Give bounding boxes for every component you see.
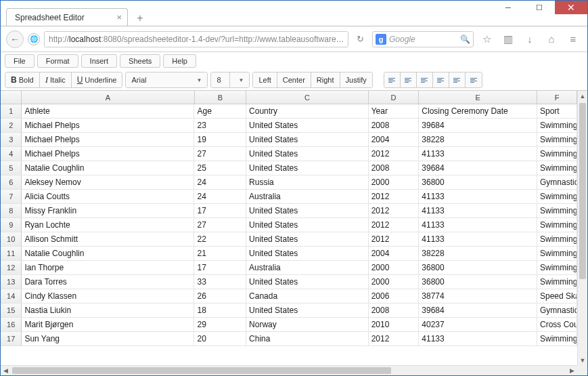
cell[interactable]: 29 (194, 318, 246, 331)
cell[interactable]: 19 (194, 133, 246, 146)
cell[interactable]: 38228 (419, 247, 537, 260)
cell[interactable]: Ryan Lochte (22, 218, 194, 232)
row-header[interactable]: 14 (1, 289, 22, 303)
cell[interactable]: United States (246, 304, 369, 317)
cell[interactable]: Swimming (537, 133, 577, 146)
cell[interactable]: 2000 (369, 275, 420, 289)
cell[interactable]: 36800 (419, 275, 537, 289)
cell[interactable]: Sport (537, 104, 577, 118)
cell[interactable]: 17 (194, 261, 246, 274)
cell[interactable]: 2012 (369, 332, 420, 346)
cell[interactable]: Speed Skating (537, 289, 577, 303)
cell[interactable]: Age (194, 104, 246, 118)
valign-middle-button[interactable] (401, 72, 417, 87)
cell[interactable]: 41133 (419, 332, 537, 346)
cell[interactable]: 2012 (369, 190, 420, 203)
scroll-down-arrow[interactable]: ▼ (578, 355, 587, 365)
search-icon[interactable]: 🔍 (460, 35, 470, 44)
cell[interactable]: 2008 (369, 119, 420, 132)
cell[interactable]: United States (246, 147, 369, 161)
row-header[interactable]: 6 (1, 175, 22, 189)
cell[interactable]: Swimming (537, 261, 577, 274)
row-header[interactable]: 17 (1, 332, 22, 346)
browser-search-box[interactable]: g Google 🔍 (372, 31, 474, 47)
cell[interactable]: 2008 (369, 304, 420, 317)
cell[interactable]: United States (246, 161, 369, 175)
cell[interactable]: Australia (246, 261, 369, 274)
cell[interactable]: 2012 (369, 232, 420, 246)
cell[interactable]: Swimming (537, 247, 577, 260)
window-minimize-button[interactable]: ─ (493, 1, 524, 14)
cell[interactable]: 39684 (419, 304, 537, 317)
valign-bottom-button[interactable] (417, 72, 433, 87)
cell[interactable]: 2010 (369, 318, 420, 331)
cell[interactable]: Michael Phelps (22, 119, 194, 132)
align-justify-button[interactable]: Justify (340, 72, 372, 87)
cell[interactable]: 40237 (419, 318, 537, 331)
row-header[interactable]: 12 (1, 261, 22, 274)
cell[interactable]: Alicia Coutts (22, 190, 194, 203)
horizontal-scroll-thumb[interactable] (12, 367, 391, 374)
select-all-corner[interactable] (1, 91, 22, 104)
row-header[interactable]: 7 (1, 190, 22, 203)
horizontal-scrollbar[interactable]: ◀ ▶ (1, 365, 577, 375)
underline-button[interactable]: UUnderline (72, 72, 122, 87)
cell[interactable]: Swimming (537, 232, 577, 246)
align-center-button[interactable]: Center (277, 72, 311, 87)
menu-help[interactable]: Help (163, 54, 196, 68)
cell[interactable]: United States (246, 133, 369, 146)
column-header-C[interactable]: C (246, 91, 369, 104)
cell[interactable]: United States (246, 119, 369, 132)
align-left-button[interactable]: Left (253, 72, 277, 87)
row-header[interactable]: 13 (1, 275, 22, 289)
cell[interactable]: Aleksey Nemov (22, 175, 194, 189)
cell[interactable]: 17 (194, 204, 246, 217)
menu-sheets[interactable]: Sheets (120, 54, 160, 68)
cell[interactable]: Gymnastics (537, 304, 577, 317)
indent-decrease-button[interactable] (433, 72, 449, 87)
column-header-A[interactable]: A (22, 91, 194, 104)
cell[interactable]: 27 (194, 218, 246, 232)
cell[interactable]: 2000 (369, 261, 420, 274)
window-close-button[interactable]: ✕ (555, 1, 587, 14)
cell[interactable]: Swimming (537, 190, 577, 203)
cell[interactable]: Year (369, 104, 420, 118)
cell[interactable]: Swimming (537, 161, 577, 175)
cell[interactable]: 38228 (419, 133, 537, 146)
vertical-scroll-thumb[interactable] (579, 103, 586, 279)
cell[interactable]: Cindy Klassen (22, 289, 194, 303)
cell[interactable]: 2006 (369, 289, 420, 303)
cell[interactable]: Swimming (537, 204, 577, 217)
cell[interactable]: Swimming (537, 275, 577, 289)
cell[interactable]: United States (246, 204, 369, 217)
cell[interactable]: 41133 (419, 218, 537, 232)
reload-button[interactable]: ↻ (353, 34, 368, 44)
row-header[interactable]: 9 (1, 218, 22, 232)
cell[interactable]: 36800 (419, 175, 537, 189)
cell[interactable]: 2012 (369, 147, 420, 161)
cell[interactable]: 38774 (419, 289, 537, 303)
valign-top-button[interactable] (384, 72, 401, 87)
new-tab-button[interactable]: + (132, 11, 148, 26)
cell[interactable]: 24 (194, 190, 246, 203)
cell[interactable]: Michael Phelps (22, 133, 194, 146)
row-header[interactable]: 10 (1, 232, 22, 246)
menu-format[interactable]: Format (37, 54, 78, 68)
cell[interactable]: 22 (194, 232, 246, 246)
cell[interactable]: Canada (246, 289, 369, 303)
cell[interactable]: Gymnastics (537, 175, 577, 189)
font-family-select[interactable]: Arial▼ (126, 72, 207, 87)
cell[interactable]: 18 (194, 304, 246, 317)
cell[interactable]: 2012 (369, 204, 420, 217)
cell[interactable]: 2004 (369, 247, 420, 260)
cell[interactable]: 2012 (369, 218, 420, 232)
scroll-right-arrow[interactable]: ▶ (567, 366, 577, 375)
cell[interactable]: United States (246, 218, 369, 232)
cell[interactable]: United States (246, 247, 369, 260)
cell[interactable]: Country (246, 104, 369, 118)
cell[interactable]: Athlete (22, 104, 194, 118)
cell[interactable]: 41133 (419, 190, 537, 203)
column-header-B[interactable]: B (195, 91, 247, 104)
column-header-F[interactable]: F (537, 91, 577, 104)
column-header-D[interactable]: D (369, 91, 420, 104)
